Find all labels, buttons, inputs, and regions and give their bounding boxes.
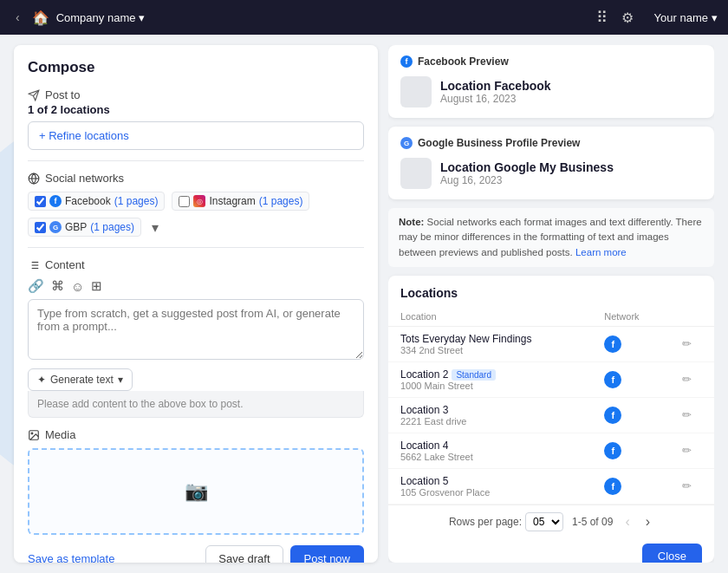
col-edit-header bbox=[670, 307, 714, 327]
divider-1 bbox=[28, 160, 364, 161]
facebook-chip[interactable]: f Facebook (1 pages) bbox=[28, 192, 165, 211]
network-fb-icon: f bbox=[604, 442, 621, 459]
table-row: Location 5 105 Grosvenor Place f ✏ bbox=[388, 468, 714, 504]
bottom-actions: Save as template Save draft Post now bbox=[28, 545, 364, 563]
table-row: Location 4 5662 Lake Street f ✏ bbox=[388, 433, 714, 468]
location-name: Location 2Standard bbox=[400, 368, 580, 381]
edit-icon[interactable]: ✏ bbox=[682, 479, 692, 492]
instagram-chip[interactable]: ◎ Instagram (1 pages) bbox=[172, 192, 309, 211]
camera-icon: 📷 bbox=[185, 480, 208, 503]
locations-table-card: Locations Location Network Tots Everyday… bbox=[388, 276, 714, 563]
table-footer: Rows per page: 05 10 25 1-5 of 09 ‹ › bbox=[388, 505, 714, 538]
rss-icon[interactable]: ⌘ bbox=[51, 278, 64, 294]
content-icon bbox=[28, 259, 40, 271]
save-draft-button[interactable]: Save draft bbox=[205, 545, 283, 563]
edit-cell[interactable]: ✏ bbox=[670, 361, 714, 397]
pagination-range: 1-5 of 09 bbox=[572, 516, 613, 528]
gbp-chip[interactable]: G GBP (1 pages) bbox=[28, 218, 141, 237]
note-label: Note: bbox=[399, 217, 424, 227]
edit-icon[interactable]: ✏ bbox=[682, 373, 692, 386]
content-toolbar: 🔗 ⌘ ☺ ⊞ bbox=[28, 278, 364, 294]
post-to-section: Post to 1 of 2 locations + Refine locati… bbox=[28, 88, 364, 150]
instagram-checkbox[interactable] bbox=[179, 196, 190, 207]
instagram-pages-link[interactable]: (1 pages) bbox=[259, 195, 303, 207]
location-cell: Location 3 2221 East drive bbox=[388, 397, 592, 433]
facebook-preview-avatar bbox=[400, 76, 432, 107]
facebook-preview-info: Location Facebook August 16, 2023 bbox=[440, 79, 551, 105]
edit-icon[interactable]: ✏ bbox=[682, 337, 692, 350]
note-box: Note: Social networks each format images… bbox=[388, 208, 714, 267]
facebook-label: Facebook bbox=[65, 195, 111, 207]
network-fb-icon: f bbox=[604, 371, 621, 388]
pagination-prev-button[interactable]: ‹ bbox=[621, 512, 633, 531]
home-icon[interactable]: 🏠 bbox=[32, 10, 49, 26]
send-icon bbox=[28, 89, 40, 101]
save-template-link[interactable]: Save as template bbox=[28, 552, 114, 563]
refine-locations-box[interactable]: + Refine locations bbox=[28, 121, 364, 150]
location-address: 334 2nd Street bbox=[400, 345, 580, 355]
social-networks-label: Social networks bbox=[28, 172, 364, 185]
gbp-icon: G bbox=[49, 221, 62, 233]
location-name: Location 4 bbox=[400, 440, 580, 452]
edit-icon[interactable]: ✏ bbox=[682, 444, 692, 457]
location-address: 2221 East drive bbox=[400, 416, 580, 426]
close-button[interactable]: Close bbox=[642, 544, 702, 563]
gbp-pages-link[interactable]: (1 pages) bbox=[90, 221, 134, 233]
media-icon bbox=[28, 429, 40, 441]
edit-icon[interactable]: ✏ bbox=[682, 408, 692, 421]
content-textarea[interactable] bbox=[28, 299, 364, 360]
user-name: Your name bbox=[654, 11, 708, 24]
gbp-preview-avatar bbox=[400, 158, 432, 189]
right-panel: f Facebook Preview Location Facebook Aug… bbox=[388, 45, 714, 563]
edit-cell[interactable]: ✏ bbox=[670, 468, 714, 504]
facebook-preview-date: August 16, 2023 bbox=[440, 93, 551, 105]
instagram-label: Instagram bbox=[209, 195, 255, 207]
table-row: Tots Everyday New Findings 334 2nd Stree… bbox=[388, 326, 714, 361]
pagination-next-button[interactable]: › bbox=[642, 512, 653, 531]
gbp-preview-content: Location Google My Business Aug 16, 2023 bbox=[400, 158, 702, 189]
post-to-label: Post to bbox=[28, 88, 364, 101]
media-dropzone[interactable]: 📷 bbox=[28, 448, 364, 535]
edit-cell[interactable]: ✏ bbox=[670, 433, 714, 468]
gbp-location-name: Location Google My Business bbox=[440, 160, 614, 174]
locations-table-title: Locations bbox=[388, 276, 714, 307]
compose-title: Compose bbox=[28, 59, 364, 76]
table-icon[interactable]: ⊞ bbox=[91, 278, 102, 294]
rows-per-page-select[interactable]: 05 10 25 bbox=[525, 512, 563, 531]
facebook-pages-link[interactable]: (1 pages) bbox=[114, 195, 159, 207]
learn-more-link[interactable]: Learn more bbox=[575, 247, 627, 257]
table-row: Location 3 2221 East drive f ✏ bbox=[388, 397, 714, 433]
network-dropdown-icon[interactable]: ▾ bbox=[152, 219, 159, 236]
network-cell: f bbox=[592, 326, 670, 361]
post-now-button[interactable]: Post now bbox=[290, 545, 364, 563]
note-text: Social networks each format images and t… bbox=[399, 217, 702, 257]
sparkle-icon: ✦ bbox=[37, 374, 46, 386]
user-menu[interactable]: Your name ▾ bbox=[654, 11, 718, 24]
generate-text-button[interactable]: ✦ Generate text ▾ bbox=[28, 368, 133, 391]
grid-icon[interactable]: ⠿ bbox=[596, 8, 608, 27]
edit-cell[interactable]: ✏ bbox=[670, 397, 714, 433]
company-name[interactable]: Company name ▾ bbox=[56, 11, 146, 24]
gear-icon[interactable]: ⚙ bbox=[621, 10, 634, 26]
location-cell: Location 5 105 Grosvenor Place bbox=[388, 468, 592, 504]
locations-table: Location Network Tots Everyday New Findi… bbox=[388, 307, 714, 505]
back-button[interactable]: ‹ bbox=[10, 7, 25, 28]
network-fb-icon: f bbox=[604, 478, 621, 495]
location-address: 105 Grosvenor Place bbox=[400, 487, 580, 498]
gbp-checkbox[interactable] bbox=[35, 222, 46, 233]
facebook-preview-card: f Facebook Preview Location Facebook Aug… bbox=[388, 45, 714, 118]
link-icon[interactable]: 🔗 bbox=[28, 278, 44, 294]
network-fb-icon: f bbox=[604, 335, 621, 353]
network-cell: f bbox=[592, 468, 670, 504]
network-cell: f bbox=[592, 433, 670, 468]
gbp-label: GBP bbox=[65, 221, 87, 233]
svg-point-11 bbox=[31, 433, 33, 434]
edit-cell[interactable]: ✏ bbox=[670, 326, 714, 361]
facebook-preview-icon: f bbox=[400, 55, 413, 68]
emoji-icon[interactable]: ☺ bbox=[71, 279, 84, 294]
facebook-checkbox[interactable] bbox=[35, 196, 46, 207]
refine-locations-link[interactable]: + Refine locations bbox=[39, 129, 129, 142]
table-row: Location 2Standard 1000 Main Street f ✏ bbox=[388, 361, 714, 397]
rows-per-page-label: Rows per page: bbox=[449, 516, 522, 528]
add-content-notice: Please add content to the above box to p… bbox=[28, 391, 364, 418]
